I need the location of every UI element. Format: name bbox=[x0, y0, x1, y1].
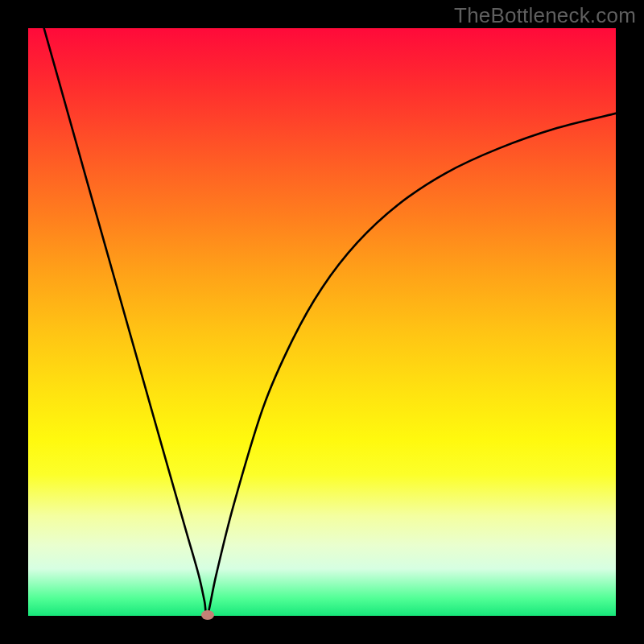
optimum-marker bbox=[201, 610, 214, 620]
chart-frame: TheBottleneck.com bbox=[0, 0, 644, 644]
watermark-text: TheBottleneck.com bbox=[454, 3, 636, 28]
bottleneck-curve bbox=[34, 28, 616, 616]
plot-curve-layer bbox=[28, 28, 616, 616]
